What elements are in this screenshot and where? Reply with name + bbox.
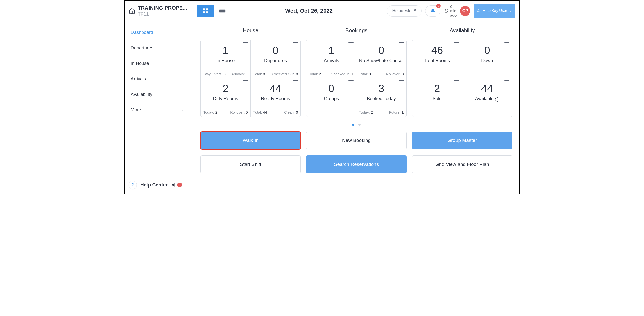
sidebar-item-more[interactable]: More⌄ bbox=[125, 102, 191, 118]
notifications-button[interactable]: 0 bbox=[425, 5, 440, 17]
card-departures[interactable]: 0 Departures Total: 0Checked Out: 0 bbox=[251, 40, 301, 78]
group-master-button[interactable]: Group Master bbox=[412, 132, 512, 149]
section-head-availability: Availability bbox=[412, 27, 512, 33]
house-group: 1 In House Stay Overs: 0Arrivals: 1 0 De… bbox=[200, 40, 301, 117]
section-head-bookings: Bookings bbox=[306, 27, 406, 33]
sub-label: Rollover: bbox=[386, 72, 400, 76]
card-down[interactable]: 0 Down bbox=[462, 40, 512, 78]
external-link-icon bbox=[412, 9, 416, 13]
card-label: Total Rooms bbox=[424, 58, 450, 63]
sort-icon[interactable] bbox=[504, 80, 509, 83]
avatar[interactable]: GP bbox=[460, 6, 470, 16]
sort-icon[interactable] bbox=[454, 80, 459, 83]
help-center-label: Help Center bbox=[140, 182, 168, 188]
sub-label: Arrivals: bbox=[231, 72, 245, 76]
card-ready-rooms[interactable]: 44 Ready Rooms Total: 44Clean: 0 bbox=[251, 78, 301, 117]
svg-rect-2 bbox=[206, 8, 208, 10]
sidebar-item-availability[interactable]: Availability bbox=[125, 87, 191, 102]
property-code: TP11 bbox=[138, 11, 187, 17]
sub-value: 0 bbox=[296, 110, 298, 114]
sort-icon[interactable] bbox=[348, 42, 354, 45]
sort-icon[interactable] bbox=[454, 42, 459, 45]
view-toggle bbox=[197, 5, 231, 17]
sidebar-item-label: Arrivals bbox=[131, 76, 146, 82]
sub-value: 2 bbox=[215, 110, 217, 114]
sort-icon[interactable] bbox=[504, 42, 509, 45]
sort-icon[interactable] bbox=[348, 80, 354, 83]
card-value: 0 bbox=[328, 82, 334, 95]
sub-value: 0 bbox=[263, 72, 265, 76]
chevron-down-icon: ⌄ bbox=[182, 108, 185, 112]
bookings-group: 1 Arrivals Total: 2Checked In: 1 0 No Sh… bbox=[306, 40, 406, 117]
sync-unit: min bbox=[450, 9, 456, 13]
card-available[interactable]: 44 Availablei bbox=[462, 78, 512, 117]
card-label: Groups bbox=[324, 96, 339, 102]
card-label: Arrivals bbox=[324, 58, 339, 63]
sub-value: 1 bbox=[246, 72, 248, 76]
card-dirty-rooms[interactable]: 2 Dirty Rooms Today: 2Rollover: 0 bbox=[201, 78, 251, 117]
sub-label: Total: bbox=[359, 72, 368, 76]
home-icon[interactable] bbox=[129, 8, 135, 14]
dot-1[interactable] bbox=[352, 124, 354, 126]
header: TRAINING PROPE... TP11 Wed, Oct 26, 2022… bbox=[125, 1, 519, 21]
card-booked-today[interactable]: 3 Booked Today Today: 2Future: 1 bbox=[356, 78, 406, 117]
new-booking-button[interactable]: New Booking bbox=[306, 132, 406, 149]
sub-value: 1 bbox=[402, 110, 404, 114]
card-groups[interactable]: 0 Groups bbox=[306, 78, 356, 117]
main-content: House Bookings Availability 1 In House S… bbox=[191, 21, 519, 194]
sidebar-item-departures[interactable]: Departures bbox=[125, 40, 191, 56]
sub-value: 1 bbox=[352, 72, 354, 76]
sync-status[interactable]: 0 min ago bbox=[444, 4, 457, 18]
sort-icon[interactable] bbox=[293, 42, 298, 45]
svg-rect-4 bbox=[206, 11, 208, 13]
card-label: Departures bbox=[264, 58, 287, 63]
sub-value: 0 bbox=[369, 72, 371, 76]
card-label: Down bbox=[481, 58, 493, 63]
search-reservations-button[interactable]: Search Reservations bbox=[306, 155, 406, 173]
sidebar-item-dashboard[interactable]: Dashboard bbox=[125, 25, 191, 40]
card-in-house[interactable]: 1 In House Stay Overs: 0Arrivals: 1 bbox=[201, 40, 251, 78]
card-label-text: Available bbox=[475, 96, 494, 101]
helpdesk-button[interactable]: Helpdesk bbox=[387, 5, 422, 17]
card-value: 46 bbox=[431, 44, 443, 56]
info-icon[interactable]: i bbox=[495, 97, 499, 102]
card-value: 44 bbox=[481, 82, 493, 95]
card-value: 0 bbox=[273, 44, 278, 56]
section-head-house: House bbox=[200, 27, 301, 33]
card-noshow[interactable]: 0 No Show/Late Cancel Total: 0Rollover: … bbox=[356, 40, 406, 78]
helpdesk-label: Helpdesk bbox=[392, 8, 410, 13]
sidebar-item-arrivals[interactable]: Arrivals bbox=[125, 71, 191, 87]
card-sold[interactable]: 2 Sold bbox=[412, 78, 462, 117]
dot-2[interactable] bbox=[358, 124, 361, 126]
sub-value: 2 bbox=[319, 72, 321, 76]
sub-label: Rollover: bbox=[230, 110, 245, 114]
user-menu[interactable]: HotelKey User ⌄ bbox=[474, 4, 515, 18]
grid-floor-button[interactable]: Grid View and Floor Plan bbox=[412, 155, 512, 173]
user-icon bbox=[476, 9, 480, 13]
card-label: In House bbox=[216, 58, 235, 63]
sort-icon[interactable] bbox=[399, 42, 404, 45]
sort-icon[interactable] bbox=[399, 80, 404, 83]
sub-value: 0 bbox=[296, 72, 298, 76]
card-value: 44 bbox=[270, 82, 281, 95]
sort-icon[interactable] bbox=[293, 80, 298, 83]
sort-icon[interactable] bbox=[243, 42, 248, 45]
grid-view-button[interactable] bbox=[197, 5, 214, 17]
card-value: 1 bbox=[328, 44, 334, 56]
list-view-button[interactable] bbox=[214, 5, 231, 17]
sub-label: Total: bbox=[253, 110, 262, 114]
svg-rect-1 bbox=[203, 8, 205, 10]
sort-icon[interactable] bbox=[243, 80, 248, 83]
help-center[interactable]: ? Help Center 0 bbox=[125, 176, 191, 194]
card-value: 2 bbox=[223, 82, 229, 95]
card-total-rooms[interactable]: 46 Total Rooms bbox=[412, 40, 462, 78]
start-shift-button[interactable]: Start Shift bbox=[200, 155, 301, 173]
card-arrivals[interactable]: 1 Arrivals Total: 2Checked In: 1 bbox=[306, 40, 356, 78]
card-value: 0 bbox=[378, 44, 384, 56]
sidebar-item-label: Dashboard bbox=[131, 30, 153, 35]
megaphone-icon: 0 bbox=[171, 183, 182, 187]
walk-in-button[interactable]: Walk In bbox=[200, 132, 301, 149]
carousel-dots[interactable] bbox=[200, 122, 512, 127]
sidebar-item-in-house[interactable]: In House bbox=[125, 56, 191, 71]
card-label: Ready Rooms bbox=[261, 96, 290, 102]
